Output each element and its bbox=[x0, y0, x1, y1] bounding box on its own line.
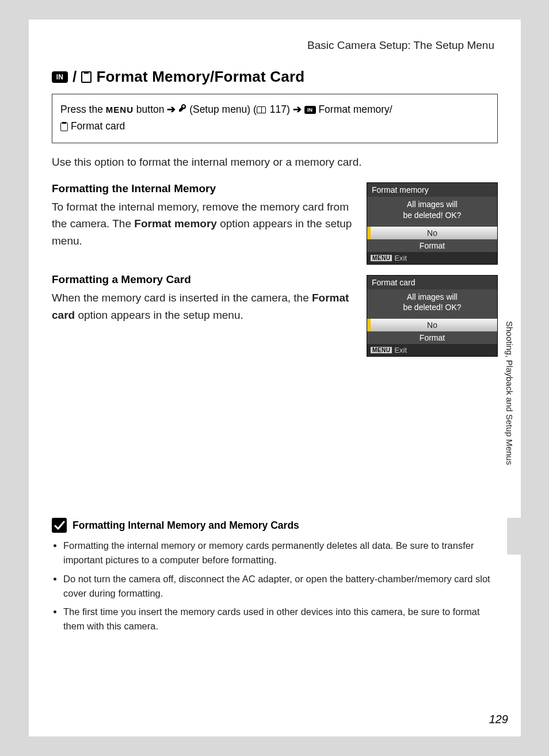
manual-page: Basic Camera Setup: The Setup Menu IN / … bbox=[29, 20, 521, 736]
lcd-exit-label: Exit bbox=[394, 346, 407, 354]
title-slash: / bbox=[73, 68, 77, 86]
lcd-line: be deleted! OK? bbox=[371, 210, 494, 221]
note-block: Formatting Internal Memory and Memory Ca… bbox=[52, 518, 498, 633]
lcd-format-memory: Format memory All images will be deleted… bbox=[367, 182, 498, 265]
lcd-footer: MENU Exit bbox=[367, 252, 497, 264]
screenshots-column: Format memory All images will be deleted… bbox=[367, 182, 498, 357]
note-item: The first time you insert the memory car… bbox=[63, 605, 498, 633]
nav-text: (Setup menu) ( bbox=[189, 104, 257, 115]
lcd-message: All images will be deleted! OK? bbox=[367, 197, 497, 227]
lcd-footer: MENU Exit bbox=[367, 344, 497, 356]
bold-term: Format memory bbox=[134, 217, 217, 230]
lcd-option-format: Format bbox=[367, 331, 497, 344]
note-title: Formatting Internal Memory and Memory Ca… bbox=[73, 520, 299, 532]
nav-text: button bbox=[136, 104, 165, 115]
lcd-option-no: No bbox=[367, 227, 497, 239]
note-item: Do not turn the camera off, disconnect t… bbox=[63, 572, 498, 601]
lcd-line: be deleted! OK? bbox=[371, 302, 494, 313]
nav-text: Format card bbox=[71, 120, 125, 132]
section-heading-internal: Formatting the Internal Memory bbox=[52, 182, 354, 195]
memory-card-icon bbox=[81, 71, 92, 83]
page-number: 129 bbox=[489, 713, 508, 726]
text: When the memory card is inserted in the … bbox=[52, 292, 312, 304]
nav-text: Press the bbox=[60, 104, 103, 115]
page-title: IN / Format Memory/Format Card bbox=[52, 68, 498, 86]
menu-tag-icon: MENU bbox=[371, 255, 392, 261]
note-item: Formatting the internal memory or memory… bbox=[63, 539, 498, 567]
lead-paragraph: Use this option to format the internal m… bbox=[52, 156, 498, 169]
lcd-title: Format memory bbox=[367, 183, 497, 197]
side-tab: Shooting, Playback and Setup Menus bbox=[505, 319, 522, 566]
section-body-internal: To format the internal memory, remove th… bbox=[52, 198, 354, 249]
page-ref: 117) bbox=[267, 104, 290, 115]
lcd-option-no: No bbox=[367, 319, 497, 331]
text: option appears in the setup menu. bbox=[75, 309, 243, 321]
lcd-title: Format card bbox=[367, 276, 497, 289]
caution-check-icon bbox=[52, 518, 67, 533]
internal-memory-icon: IN bbox=[304, 106, 316, 114]
book-icon bbox=[257, 106, 266, 113]
wrench-icon bbox=[178, 101, 186, 118]
lcd-line: All images will bbox=[371, 292, 494, 303]
arrow-icon: ➔ bbox=[293, 104, 302, 115]
lcd-message: All images will be deleted! OK? bbox=[367, 289, 497, 319]
thumb-tab-icon bbox=[507, 518, 522, 555]
lcd-exit-label: Exit bbox=[394, 254, 407, 262]
lcd-line: All images will bbox=[371, 199, 494, 210]
title-text: Format Memory/Format Card bbox=[96, 68, 304, 86]
section-body-card: When the memory card is inserted in the … bbox=[52, 289, 354, 323]
lcd-option-format: Format bbox=[367, 239, 497, 252]
internal-memory-icon: IN bbox=[52, 71, 68, 83]
running-head: Basic Camera Setup: The Setup Menu bbox=[52, 39, 498, 52]
menu-button-label: MENU bbox=[106, 105, 134, 114]
lcd-format-card: Format card All images will be deleted! … bbox=[367, 275, 498, 357]
menu-tag-icon: MENU bbox=[371, 347, 392, 353]
note-list: Formatting the internal memory or memory… bbox=[52, 539, 498, 633]
section-heading-card: Formatting a Memory Card bbox=[52, 273, 354, 286]
memory-card-icon bbox=[60, 123, 68, 131]
side-tab-label: Shooting, Playback and Setup Menus bbox=[505, 319, 514, 465]
navigation-path-box: Press the MENU button ➔ (Setup menu) ( 1… bbox=[52, 94, 498, 143]
arrow-icon: ➔ bbox=[167, 104, 176, 115]
nav-text: Format memory/ bbox=[318, 104, 392, 115]
